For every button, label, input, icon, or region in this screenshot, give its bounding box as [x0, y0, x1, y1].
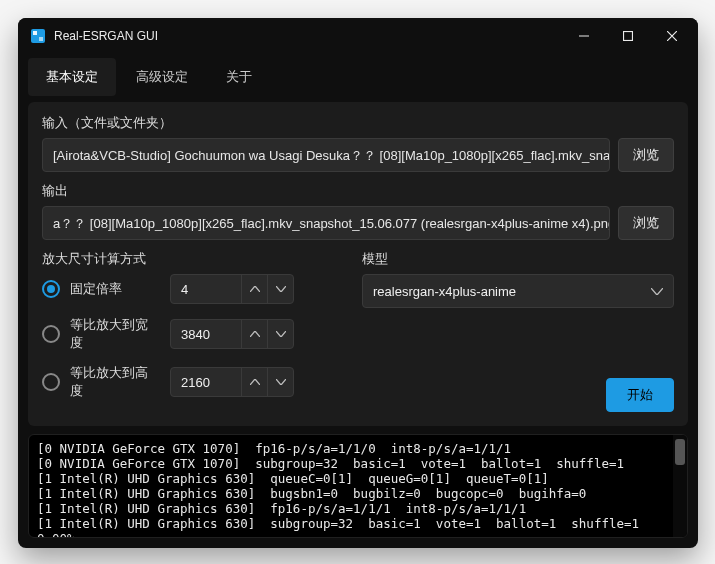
scale-ratio-up[interactable]: [241, 275, 267, 303]
model-select[interactable]: realesrgan-x4plus-anime: [362, 274, 674, 308]
window-title: Real-ESRGAN GUI: [54, 29, 562, 43]
input-browse-button[interactable]: 浏览: [618, 138, 674, 172]
scale-width-spinner[interactable]: 3840: [170, 319, 294, 349]
scale-ratio-row: 固定倍率 4: [42, 274, 342, 304]
scale-height-spinner[interactable]: 2160: [170, 367, 294, 397]
output-path-field[interactable]: a？？ [08][Ma10p_1080p][x265_flac].mkv_sna…: [42, 206, 610, 240]
scale-width-label: 等比放大到宽度: [70, 316, 160, 352]
chevron-down-icon: [276, 286, 286, 292]
close-icon: [667, 31, 677, 41]
scale-height-down[interactable]: [267, 368, 293, 396]
svg-rect-3: [624, 32, 633, 41]
titlebar: Real-ESRGAN GUI: [18, 18, 698, 54]
chevron-down-icon: [651, 288, 663, 295]
input-path-field[interactable]: [Airota&VCB-Studio] Gochuumon wa Usagi D…: [42, 138, 610, 172]
scale-height-radio[interactable]: [42, 373, 60, 391]
chevron-up-icon: [250, 286, 260, 292]
scale-width-value[interactable]: 3840: [171, 320, 241, 348]
scale-height-label: 等比放大到高度: [70, 364, 160, 400]
scale-height-up[interactable]: [241, 368, 267, 396]
scale-ratio-label: 固定倍率: [70, 280, 160, 298]
scale-ratio-spinner[interactable]: 4: [170, 274, 294, 304]
scale-width-up[interactable]: [241, 320, 267, 348]
tab-about[interactable]: 关于: [208, 58, 270, 96]
console-scrollbar[interactable]: [673, 435, 687, 537]
minimize-button[interactable]: [562, 20, 606, 52]
scale-width-row: 等比放大到宽度 3840: [42, 316, 342, 352]
tab-advanced[interactable]: 高级设定: [118, 58, 206, 96]
chevron-up-icon: [250, 379, 260, 385]
svg-rect-1: [33, 31, 37, 35]
console-output[interactable]: [0 NVIDIA GeForce GTX 1070] fp16-p/s/a=1…: [29, 435, 673, 537]
scale-ratio-radio[interactable]: [42, 280, 60, 298]
app-icon: [30, 28, 46, 44]
scale-width-down[interactable]: [267, 320, 293, 348]
scale-height-value[interactable]: 2160: [171, 368, 241, 396]
scale-width-radio[interactable]: [42, 325, 60, 343]
scale-height-row: 等比放大到高度 2160: [42, 364, 342, 400]
scroll-thumb[interactable]: [675, 439, 685, 465]
tab-basic[interactable]: 基本设定: [28, 58, 116, 96]
scale-ratio-down[interactable]: [267, 275, 293, 303]
scale-section-label: 放大尺寸计算方式: [42, 250, 342, 268]
chevron-up-icon: [250, 331, 260, 337]
tabbar: 基本设定 高级设定 关于: [18, 54, 698, 96]
maximize-icon: [623, 31, 633, 41]
chevron-down-icon: [276, 379, 286, 385]
output-label: 输出: [42, 182, 674, 200]
scale-ratio-value[interactable]: 4: [171, 275, 241, 303]
minimize-icon: [579, 31, 589, 41]
svg-rect-2: [39, 37, 43, 41]
app-window: Real-ESRGAN GUI 基本设定 高级设定 关于 输入（文件或文件夹） …: [18, 18, 698, 548]
console-area: [0 NVIDIA GeForce GTX 1070] fp16-p/s/a=1…: [28, 434, 688, 538]
input-label: 输入（文件或文件夹）: [42, 114, 674, 132]
model-value: realesrgan-x4plus-anime: [373, 284, 516, 299]
output-browse-button[interactable]: 浏览: [618, 206, 674, 240]
main-panel: 输入（文件或文件夹） [Airota&VCB-Studio] Gochuumon…: [28, 102, 688, 426]
chevron-down-icon: [276, 331, 286, 337]
model-label: 模型: [362, 250, 674, 268]
maximize-button[interactable]: [606, 20, 650, 52]
close-button[interactable]: [650, 20, 694, 52]
start-button[interactable]: 开始: [606, 378, 674, 412]
